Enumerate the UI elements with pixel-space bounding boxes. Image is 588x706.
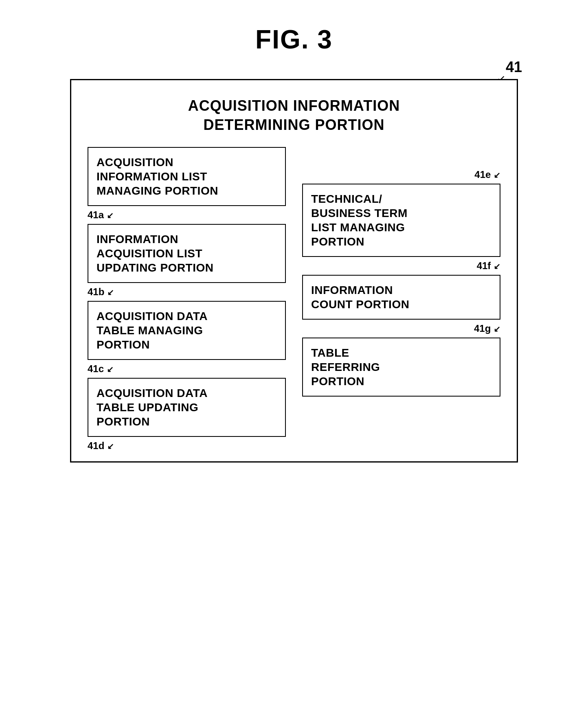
content-grid: ACQUISITION INFORMATION LIST MANAGING PO… [88, 147, 500, 441]
block-41c: ACQUISITION DATA TABLE MANAGING PORTION [88, 301, 286, 360]
block-41g-label: 41g ↙ [474, 323, 500, 334]
block-41d-label: 41d ↙ [88, 440, 114, 452]
block-41g-text: TABLE REFERRING PORTION [311, 346, 380, 388]
block-41a-label: 41a ↙ [88, 209, 114, 221]
block-41c-text: ACQUISITION DATA TABLE MANAGING PORTION [97, 309, 208, 352]
block-41d-wrapper: ACQUISITION DATA TABLE UPDATING PORTION … [88, 378, 286, 437]
header-title: ACQUISITION INFORMATION DETERMINING PORT… [88, 96, 500, 135]
block-41d-text: ACQUISITION DATA TABLE UPDATING PORTION [97, 386, 208, 429]
block-41c-wrapper: ACQUISITION DATA TABLE MANAGING PORTION … [88, 301, 286, 360]
block-41f: INFORMATION COUNT PORTION [302, 275, 500, 320]
block-41a-text: ACQUISITION INFORMATION LIST MANAGING PO… [97, 155, 218, 198]
block-41b: INFORMATION ACQUISITION LIST UPDATING PO… [88, 224, 286, 283]
block-41e: TECHNICAL/ BUSINESS TERM LIST MANAGING P… [302, 184, 500, 257]
outer-block-label: 41 [506, 59, 522, 76]
block-41f-text: INFORMATION COUNT PORTION [311, 283, 409, 311]
outer-block: ACQUISITION INFORMATION DETERMINING PORT… [70, 79, 518, 463]
block-41b-text: INFORMATION ACQUISITION LIST UPDATING PO… [97, 232, 213, 275]
block-41e-wrapper: 41e ↙ TECHNICAL/ BUSINESS TERM LIST MANA… [302, 184, 500, 257]
block-41a: ACQUISITION INFORMATION LIST MANAGING PO… [88, 147, 286, 206]
block-41f-wrapper: 41f ↙ INFORMATION COUNT PORTION [302, 275, 500, 320]
block-41g: TABLE REFERRING PORTION [302, 338, 500, 397]
block-41b-label: 41b ↙ [88, 286, 114, 298]
page-title: FIG. 3 [255, 24, 333, 55]
left-column: ACQUISITION INFORMATION LIST MANAGING PO… [88, 147, 294, 441]
header-section: ACQUISITION INFORMATION DETERMINING PORT… [88, 96, 500, 135]
block-41e-label: 41e ↙ [474, 169, 500, 180]
block-41b-wrapper: INFORMATION ACQUISITION LIST UPDATING PO… [88, 224, 286, 283]
block-41d: ACQUISITION DATA TABLE UPDATING PORTION [88, 378, 286, 437]
block-41a-wrapper: ACQUISITION INFORMATION LIST MANAGING PO… [88, 147, 286, 206]
block-41g-wrapper: 41g ↙ TABLE REFERRING PORTION [302, 338, 500, 397]
block-41c-label: 41c ↙ [88, 363, 114, 375]
right-column: 41e ↙ TECHNICAL/ BUSINESS TERM LIST MANA… [294, 184, 500, 441]
block-41f-label: 41f ↙ [477, 260, 500, 272]
block-41e-text: TECHNICAL/ BUSINESS TERM LIST MANAGING P… [311, 192, 408, 249]
